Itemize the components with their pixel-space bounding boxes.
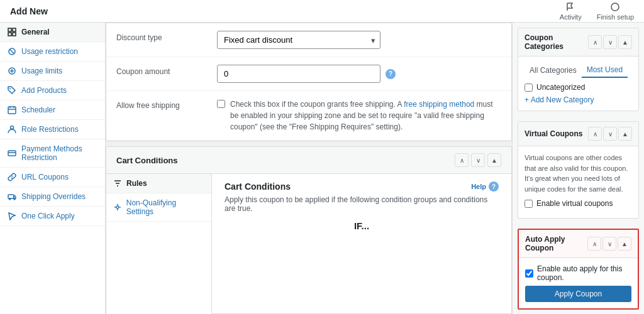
discount-type-select[interactable]: Percentage discount Fixed cart discount … xyxy=(217,31,380,49)
top-bar-actions: Activity Finish setup xyxy=(560,2,634,21)
free-shipping-row: Allow free shipping Check this box if th… xyxy=(106,91,511,141)
enable-auto-apply-label[interactable]: Enable auto apply for this coupon. xyxy=(525,264,631,282)
circle-icon xyxy=(610,2,620,12)
sidebar-item-scheduler[interactable]: Scheduler xyxy=(0,100,105,120)
sidebar-item-payment-methods[interactable]: Payment Methods Restriction xyxy=(0,139,105,168)
coupon-amount-input[interactable] xyxy=(217,65,380,83)
free-shipping-checkbox[interactable] xyxy=(217,100,225,108)
svg-point-20 xyxy=(14,198,15,200)
virtual-coupons-close-btn[interactable]: ▲ xyxy=(618,127,632,141)
sidebar-item-add-products-label: Add Products xyxy=(21,86,67,95)
activity-label: Activity xyxy=(560,13,582,21)
free-shipping-field: Check this box if the coupon grants free… xyxy=(217,99,501,133)
coupon-amount-help-icon[interactable]: ? xyxy=(386,69,396,79)
sidebar-item-role-restrictions[interactable]: Role Restrictions xyxy=(0,120,105,139)
sidebar-item-scheduler-label: Scheduler xyxy=(21,106,55,114)
free-shipping-checkbox-row: Check this box if the coupon grants free… xyxy=(217,99,501,133)
cart-sidebar-rules[interactable]: Rules xyxy=(106,174,211,193)
cart-conditions-help-btn[interactable]: Help ? xyxy=(471,181,499,192)
auto-apply-title: Auto Apply Coupon xyxy=(525,235,587,252)
cart-sidebar-non-qualifying[interactable]: Non-Qualifying Settings xyxy=(106,193,211,222)
cart-sidebar: Rules Non-Qualifying Settings xyxy=(106,174,212,314)
coupon-amount-field: ? xyxy=(217,65,501,83)
cart-conditions-title: Cart Conditions xyxy=(116,156,178,165)
auto-apply-close-btn[interactable]: ▲ xyxy=(618,237,631,251)
sidebar-item-usage-restriction-label: Usage restriction xyxy=(21,47,78,56)
svg-rect-11 xyxy=(8,107,16,114)
coupon-categories-body: All Categories Most Used Uncategorized +… xyxy=(518,57,638,111)
coupon-categories-header: Coupon Categories ∧ ∨ ▲ xyxy=(518,28,638,57)
auto-apply-coupon-widget: Auto Apply Coupon ∧ ∨ ▲ Enable auto appl… xyxy=(518,229,639,310)
truck-icon xyxy=(8,192,16,201)
add-new-category-link[interactable]: + Add New Category xyxy=(525,95,632,104)
virtual-coupons-title: Virtual Coupons xyxy=(525,129,582,138)
apply-coupon-button[interactable]: Apply Coupon xyxy=(525,286,631,302)
svg-point-0 xyxy=(611,3,619,11)
calendar-icon xyxy=(8,106,16,114)
sidebar-item-usage-restriction[interactable]: Usage restriction xyxy=(0,42,105,62)
grid-icon xyxy=(8,28,16,36)
cart-conditions-expand-btn[interactable]: ∨ xyxy=(471,153,485,167)
virtual-coupons-down-btn[interactable]: ∨ xyxy=(603,127,617,141)
left-sidebar: General Usage restriction Usage limits A… xyxy=(0,23,106,314)
svg-point-21 xyxy=(116,206,119,208)
free-shipping-label: Allow free shipping xyxy=(116,99,217,110)
enable-virtual-coupons-label[interactable]: Enable virtual coupons xyxy=(525,199,632,208)
filter-icon xyxy=(114,180,121,187)
svg-rect-16 xyxy=(8,151,16,156)
auto-apply-controls: ∧ ∨ ▲ xyxy=(587,237,631,251)
form-section: Discount type Percentage discount Fixed … xyxy=(106,23,512,141)
svg-rect-2 xyxy=(13,28,16,31)
main-layout: General Usage restriction Usage limits A… xyxy=(0,23,644,314)
coupon-amount-label: Coupon amount xyxy=(116,65,217,76)
cart-conditions-close-btn[interactable]: ▲ xyxy=(487,153,501,167)
free-shipping-method-link[interactable]: free shipping method xyxy=(404,100,474,109)
cart-main: Cart Conditions Help ? Apply this coupon… xyxy=(212,174,511,314)
cart-layout: Rules Non-Qualifying Settings Cart Condi… xyxy=(106,174,511,314)
cart-conditions-section: Cart Conditions ∧ ∨ ▲ Rules Non-Qualifyi… xyxy=(106,146,512,314)
svg-rect-4 xyxy=(13,33,16,36)
cart-conditions-if-text: IF... xyxy=(225,220,499,231)
virtual-coupons-controls: ∧ ∨ ▲ xyxy=(588,127,632,141)
cart-help-icon[interactable]: ? xyxy=(489,181,499,192)
svg-line-6 xyxy=(10,50,14,54)
auto-apply-header: Auto Apply Coupon ∧ ∨ ▲ xyxy=(519,230,638,258)
tag-icon xyxy=(8,86,16,95)
link-icon xyxy=(8,173,16,181)
virtual-coupons-up-btn[interactable]: ∧ xyxy=(588,127,602,141)
virtual-coupons-body: Virtual coupons are other codes that are… xyxy=(518,146,638,218)
auto-apply-up-btn[interactable]: ∧ xyxy=(587,237,601,251)
sidebar-item-add-products[interactable]: Add Products xyxy=(0,81,105,100)
free-shipping-text: Check this box if the coupon grants free… xyxy=(230,99,501,133)
most-used-tab[interactable]: Most Used xyxy=(582,63,628,78)
discount-type-label: Discount type xyxy=(116,31,217,42)
cart-conditions-description: Apply this coupon to be applied if the f… xyxy=(225,195,499,213)
sidebar-item-shipping-overrides-label: Shipping Overrides xyxy=(21,192,86,201)
cart-conditions-collapse-btn[interactable]: ∧ xyxy=(455,153,469,167)
sidebar-item-url-coupons[interactable]: URL Coupons xyxy=(0,168,105,187)
activity-button[interactable]: Activity xyxy=(560,2,582,21)
sidebar-item-general[interactable]: General xyxy=(0,23,105,42)
flag-icon xyxy=(565,2,575,12)
all-categories-tab[interactable]: All Categories xyxy=(525,63,582,78)
coupon-categories-down-btn[interactable]: ∨ xyxy=(603,35,617,49)
cart-conditions-main-title: Cart Conditions xyxy=(225,181,291,192)
sidebar-item-shipping-overrides[interactable]: Shipping Overrides xyxy=(0,187,105,207)
auto-apply-down-btn[interactable]: ∨ xyxy=(602,237,616,251)
cursor-icon xyxy=(8,212,16,220)
coupon-categories-close-btn[interactable]: ▲ xyxy=(618,35,632,49)
virtual-coupons-header: Virtual Coupons ∧ ∨ ▲ xyxy=(518,122,638,146)
finish-setup-button[interactable]: Finish setup xyxy=(597,2,634,21)
coupon-categories-up-btn[interactable]: ∧ xyxy=(588,35,602,49)
auto-apply-body: Enable auto apply for this coupon. Apply… xyxy=(519,258,638,308)
sidebar-item-one-click-apply[interactable]: One Click Apply xyxy=(0,207,105,226)
enable-auto-apply-checkbox[interactable] xyxy=(525,269,533,278)
sidebar-item-usage-limits[interactable]: Usage limits xyxy=(0,62,105,81)
svg-point-15 xyxy=(11,126,14,129)
enable-virtual-coupons-checkbox[interactable] xyxy=(525,200,533,208)
uncategorized-checkbox-label[interactable]: Uncategorized xyxy=(525,83,632,92)
person-icon xyxy=(8,125,16,134)
uncategorized-checkbox[interactable] xyxy=(525,84,533,92)
svg-point-19 xyxy=(9,198,11,200)
ban-icon xyxy=(8,47,16,56)
